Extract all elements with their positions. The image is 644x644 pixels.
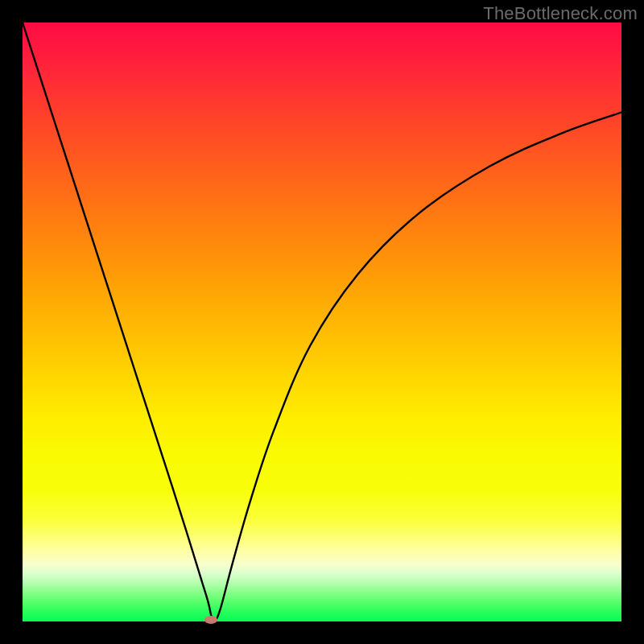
curve-svg xyxy=(23,23,621,621)
watermark-text: TheBottleneck.com xyxy=(483,3,638,24)
plot-area xyxy=(23,23,621,621)
bottleneck-curve xyxy=(23,23,621,621)
minimum-marker xyxy=(204,616,217,624)
